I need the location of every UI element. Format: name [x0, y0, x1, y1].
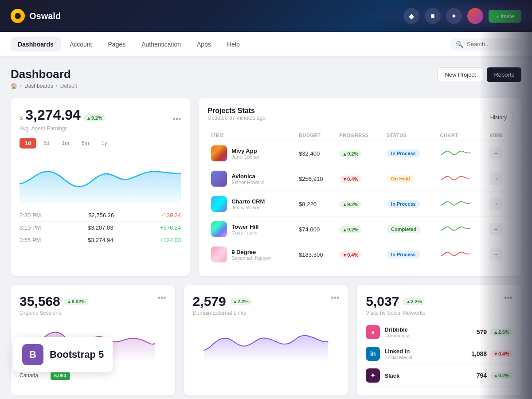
reports-button[interactable]: Reports	[487, 67, 521, 82]
bootstrap-label: Bootstrap 5	[50, 349, 104, 360]
project-view-button[interactable]: →	[489, 172, 502, 185]
project-status: In Process	[383, 192, 436, 217]
bootstrap-icon: B	[22, 344, 43, 365]
project-icon	[211, 246, 227, 262]
social-more-button[interactable]: •••	[504, 294, 512, 302]
col-item: ITEM	[207, 130, 295, 141]
project-progress: ▲9.2%	[336, 141, 383, 166]
earnings-value: 3,274.94	[25, 107, 81, 123]
project-chart	[437, 217, 486, 242]
project-icon	[211, 171, 227, 187]
canada-row: Canada 6,083	[20, 371, 166, 380]
social-badge-item: ▲2.6%	[490, 329, 512, 336]
project-view-button[interactable]: →	[489, 198, 502, 210]
domain-chart	[193, 321, 340, 366]
social-header: 5,037 ▲2.2% Visits by Social Networks ••…	[366, 294, 512, 316]
breadcrumb-home-icon: 🏠	[11, 83, 17, 89]
search-input[interactable]	[467, 41, 516, 47]
table-row: Tower Hill Cody Fisher $74,000 ▲9.2% Com…	[207, 217, 512, 242]
sessions-value: 35,568	[20, 294, 60, 309]
project-chart	[437, 166, 486, 192]
time-filter-5d[interactable]: 5d	[38, 138, 55, 149]
social-badge-item: ▼0.4%	[490, 350, 512, 357]
earnings-more-button[interactable]: •••	[172, 115, 181, 123]
social-count: 579	[477, 329, 487, 336]
sessions-badge: ▲8.02%	[64, 298, 89, 305]
project-status: In Process	[383, 242, 436, 267]
header-icon-btn-1[interactable]: ◆	[403, 8, 419, 24]
table-row: 9 Degree Savannah Nguyen $183,300 ▼0.4% …	[207, 242, 512, 267]
projects-header: Projects Stats Updated 37 minutes ago Hi…	[207, 107, 512, 128]
page-header: Dashboard 🏠 › Dashboards › Default New P…	[11, 67, 521, 89]
new-project-button[interactable]: New Project	[437, 67, 483, 82]
header-icon-btn-3[interactable]: ✦	[446, 8, 462, 24]
project-item: Tower Hill Cody Fisher	[211, 221, 292, 237]
project-view-button[interactable]: →	[489, 147, 502, 160]
project-item: Avionica Esther Howard	[211, 171, 292, 187]
earnings-amount: $3,207.03	[88, 224, 113, 231]
social-icon: ✦	[366, 368, 380, 383]
nav-item-account[interactable]: Account	[63, 37, 99, 51]
sessions-header: 35,568 ▲8.02% Organic Sessions •••	[20, 294, 166, 316]
earnings-row: 2:30 PM $2,756.26 -139.34	[20, 209, 181, 221]
domain-label: Domain External Links	[193, 310, 252, 316]
social-icon: ●	[366, 325, 380, 339]
project-view: →	[486, 166, 512, 192]
user-avatar[interactable]	[467, 8, 483, 24]
top-cards-row: $ 3,274.94 ▲9.2% Avg. Agent Earnings •••…	[11, 98, 521, 276]
sessions-more-button[interactable]: •••	[158, 294, 166, 302]
earnings-amount: $2,756.26	[88, 212, 114, 219]
earnings-amount: $3,274.94	[88, 237, 113, 243]
projects-subtitle: Updated 37 minutes ago	[207, 115, 266, 121]
project-view: →	[486, 192, 512, 217]
time-filter-1y[interactable]: 1y	[96, 138, 113, 149]
project-view-button[interactable]: →	[489, 223, 502, 235]
social-count: 794	[477, 372, 487, 379]
breadcrumb-dashboards[interactable]: Dashboards	[24, 83, 53, 89]
bootstrap-badge: B Bootstrap 5	[13, 337, 113, 372]
project-budget: $74,000	[295, 217, 336, 242]
project-budget: $256,910	[295, 166, 336, 192]
time-filter-1d[interactable]: 1d	[20, 138, 36, 149]
invite-button[interactable]: + Invite	[489, 10, 521, 23]
project-progress: ▼0.4%	[336, 242, 383, 267]
domain-header: 2,579 ▲2.2% Domain External Links •••	[193, 294, 340, 316]
social-count: 1,088	[471, 350, 487, 357]
time-filter-1m[interactable]: 1m	[56, 138, 74, 149]
project-person: Cody Fisher	[231, 230, 258, 235]
earnings-time: 3:10 PM	[20, 224, 41, 231]
projects-title: Projects Stats	[207, 107, 266, 115]
project-view-button[interactable]: →	[489, 248, 502, 261]
nav-item-dashboards[interactable]: Dashboards	[11, 37, 61, 51]
domain-more-button[interactable]: •••	[331, 294, 339, 302]
social-row: ✦ Slack 794 ▲0.2%	[366, 365, 512, 387]
projects-table: ITEM BUDGET PROGRESS STATUS CHART VIEW M…	[207, 130, 512, 267]
earnings-row: 3:55 PM $3,274.94 +124.03	[20, 234, 181, 246]
col-status: STATUS	[383, 130, 436, 141]
history-button[interactable]: History	[485, 112, 512, 123]
breadcrumb: 🏠 › Dashboards › Default	[11, 83, 77, 89]
col-budget: BUDGET	[295, 130, 336, 141]
project-person: Jenny Wilson	[231, 205, 265, 210]
header-icon-btn-2[interactable]: ■	[425, 8, 441, 24]
earnings-rows: 2:30 PM $2,756.26 -139.34 3:10 PM $3,207…	[20, 209, 181, 246]
social-label: Visits by Social Networks	[366, 310, 425, 316]
breadcrumb-default: Default	[60, 83, 77, 89]
social-info: ● Dribbble Community	[366, 325, 409, 339]
table-row: Avionica Esther Howard $256,910 ▼0.4% On…	[207, 166, 512, 192]
nav-item-pages[interactable]: Pages	[101, 37, 133, 51]
social-rows: ● Dribbble Community 579 ▲2.6% in Linked…	[366, 321, 512, 387]
social-row: ● Dribbble Community 579 ▲2.6%	[366, 321, 512, 343]
project-progress: ▲9.2%	[336, 217, 383, 242]
table-row: Mivy App Jane Cooper $32,400 ▲9.2% In Pr…	[207, 141, 512, 166]
nav-item-apps[interactable]: Apps	[190, 37, 218, 51]
projects-card: Projects Stats Updated 37 minutes ago Hi…	[199, 98, 521, 276]
project-budget: $183,300	[295, 242, 336, 267]
project-budget: $32,400	[295, 141, 336, 166]
time-filter-6m[interactable]: 6m	[76, 138, 94, 149]
nav-item-help[interactable]: Help	[220, 37, 247, 51]
nav-item-authentication[interactable]: Authentication	[134, 37, 188, 51]
social-card: 5,037 ▲2.2% Visits by Social Networks ••…	[357, 285, 521, 395]
social-name: Slack	[384, 372, 399, 379]
sessions-label: Organic Sessions	[20, 310, 89, 316]
